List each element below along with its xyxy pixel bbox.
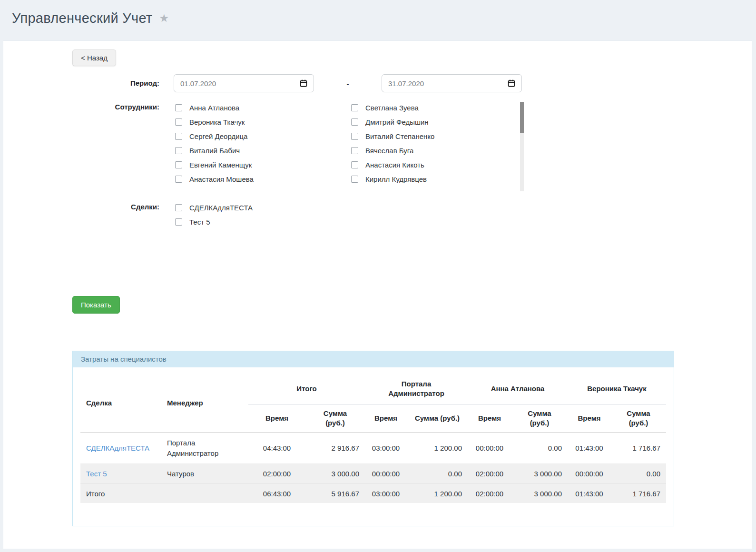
period-to-value: 31.07.2020: [388, 79, 424, 88]
favorite-star-icon[interactable]: ★: [159, 13, 169, 24]
column-header-deal: Сделка: [80, 374, 161, 433]
subheader-time: Время: [568, 404, 611, 433]
total-sum-cell: 2 916.67: [305, 433, 365, 463]
period-to-input[interactable]: 31.07.2020: [382, 74, 522, 92]
manager-cell: Портала Администратор: [161, 433, 248, 463]
report-table: Сделка Менеджер Итого Портала Администра…: [80, 374, 666, 503]
employee-item: Дмитрий Федышин: [350, 115, 526, 129]
employee-checkbox[interactable]: [175, 147, 182, 154]
employee-item: Вячеслав Буга: [350, 143, 526, 158]
employee-item: Евгений Каменщук: [174, 158, 350, 172]
time-cell: 00:00:00: [365, 463, 407, 484]
period-from-input[interactable]: 01.07.2020: [174, 74, 314, 92]
employee-item: Вероника Ткачук: [174, 115, 350, 129]
content-area: < Назад Период: 01.07.2020 - 31.07.2020: [3, 40, 752, 549]
time-cell: 00:00:00: [568, 463, 611, 484]
deal-link[interactable]: Тест 5: [86, 470, 107, 478]
employee-checkbox[interactable]: [351, 104, 358, 111]
employee-name: Кирилл Кудрявцев: [365, 175, 427, 183]
subheader-sum: Сумма (руб.): [407, 404, 468, 433]
employee-item: Виталий Бабич: [174, 143, 350, 158]
deal-link[interactable]: СДЕЛКАдляТЕСТА: [86, 444, 149, 452]
employee-item: Анна Атланова: [174, 100, 350, 115]
total-label-cell: Итого: [80, 484, 161, 503]
employee-item: Анастасия Мошева: [174, 172, 350, 186]
deal-checkbox[interactable]: [175, 204, 182, 211]
period-row: Период: 01.07.2020 - 31.07.2020: [3, 74, 752, 92]
subheader-sum: Сумма (руб.): [511, 404, 568, 433]
employee-checkbox[interactable]: [175, 104, 182, 111]
page-title: Управленческий Учет: [12, 10, 152, 26]
employee-name: Анна Атланова: [189, 104, 239, 112]
subheader-sum: Сумма (руб.): [305, 404, 365, 433]
deal-cell: Тест 5: [80, 463, 161, 484]
sum-cell: 1 716.67: [611, 433, 666, 463]
time-cell: 01:43:00: [568, 433, 611, 463]
deal-checkbox[interactable]: [175, 218, 182, 226]
employee-name: Анастасия Кикоть: [365, 161, 424, 169]
table-total-row: Итого 06:43:00 5 916.67 03:00:00 1 200.0…: [80, 484, 666, 503]
total-sum-cell: 3 000.00: [305, 463, 365, 484]
sum-cell: 3 000.00: [511, 484, 568, 503]
subheader-sum: Сумма (руб.): [611, 404, 666, 433]
sum-cell: 1 716.67: [611, 484, 666, 503]
employee-item: Кирилл Кудрявцев: [350, 172, 526, 186]
time-cell: 01:43:00: [568, 484, 611, 503]
column-header-manager: Менеджер: [161, 374, 248, 433]
employee-name: Дмитрий Федышин: [365, 118, 429, 126]
employee-item: Виталий Степаненко: [350, 129, 526, 143]
deals-row: Сделки: СДЕЛКАдляТЕСТА Тест 5: [3, 200, 752, 229]
group-header-portal-admin: Портала Администратор: [365, 374, 468, 404]
employee-item: Сергей Деордица: [174, 129, 350, 143]
deal-item: Тест 5: [174, 215, 253, 229]
employees-column-2: Светлана Зуева Дмитрий Федышин Виталий С…: [350, 100, 526, 186]
time-cell: 00:00:00: [468, 433, 511, 463]
employees-column-1: Анна Атланова Вероника Ткачук Сергей Део…: [174, 100, 350, 186]
employee-checkbox[interactable]: [351, 147, 358, 154]
employee-name: Виталий Бабич: [189, 147, 240, 155]
table-row: СДЕЛКАдляТЕСТА Портала Администратор 04:…: [80, 433, 666, 463]
employee-item: Анастасия Кикоть: [350, 158, 526, 172]
sum-cell: 3 000.00: [511, 463, 568, 484]
employee-item: Светлана Зуева: [350, 100, 526, 115]
employee-name: Евгений Каменщук: [189, 161, 252, 169]
show-button[interactable]: Показать: [72, 296, 120, 314]
employees-scrollbar-track[interactable]: [520, 102, 524, 191]
sum-cell: 0.00: [511, 433, 568, 463]
period-from-value: 01.07.2020: [180, 79, 216, 88]
employee-name: Светлана Зуева: [365, 104, 419, 112]
table-row: Тест 5 Чатуров 02:00:00 3 000.00 00:00:0…: [80, 463, 666, 484]
employee-checkbox[interactable]: [351, 118, 358, 126]
subheader-time: Время: [365, 404, 407, 433]
back-button[interactable]: < Назад: [72, 49, 116, 66]
time-cell: 03:00:00: [365, 484, 407, 503]
group-header-total: Итого: [248, 374, 365, 404]
employees-scroll-area: Анна Атланова Вероника Ткачук Сергей Део…: [174, 100, 526, 193]
deal-name: СДЕЛКАдляТЕСТА: [189, 204, 253, 212]
calendar-icon[interactable]: [508, 79, 515, 87]
total-time-cell: 06:43:00: [248, 484, 305, 503]
employee-name: Вячеслав Буга: [365, 147, 413, 155]
manager-cell: [161, 484, 248, 503]
deals-label: Сделки:: [3, 200, 159, 211]
employee-checkbox[interactable]: [175, 133, 182, 140]
sum-cell: 0.00: [611, 463, 666, 484]
report-panel: Затраты на специалистов Сделка Менеджер …: [72, 351, 674, 526]
calendar-icon[interactable]: [300, 79, 307, 87]
employee-name: Сергей Деордица: [189, 132, 247, 140]
employees-row: Сотрудники: Анна Атланова Вероника Ткачу…: [3, 100, 752, 193]
employee-checkbox[interactable]: [175, 176, 182, 183]
employee-checkbox[interactable]: [175, 161, 182, 168]
deal-name: Тест 5: [189, 218, 210, 226]
employee-name: Анастасия Мошева: [189, 175, 254, 183]
sum-cell: 0.00: [407, 463, 468, 484]
employee-checkbox[interactable]: [351, 161, 358, 168]
employees-label: Сотрудники:: [3, 100, 159, 111]
employee-checkbox[interactable]: [175, 118, 182, 126]
employee-checkbox[interactable]: [351, 176, 358, 183]
manager-cell: Чатуров: [161, 463, 248, 484]
sum-cell: 1 200.00: [407, 433, 468, 463]
employees-scrollbar-thumb[interactable]: [520, 102, 524, 133]
employee-checkbox[interactable]: [351, 133, 358, 140]
time-cell: 03:00:00: [365, 433, 407, 463]
